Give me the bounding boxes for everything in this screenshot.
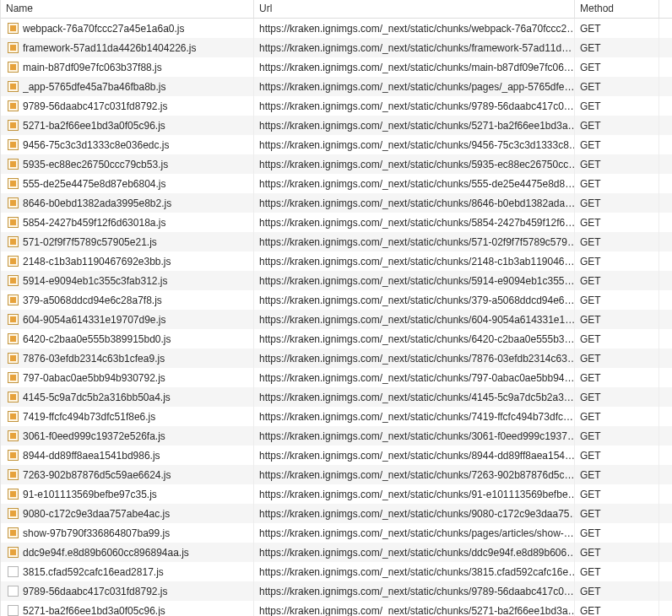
table-row[interactable]: framework-57ad11da4426b1404226.jshttps:/…: [1, 38, 672, 57]
cell-method[interactable]: GET: [575, 407, 659, 426]
table-row[interactable]: 8646-b0ebd1382ada3995e8b2.jshttps://krak…: [1, 193, 672, 213]
table-row[interactable]: 5854-2427b459f12f6d63018a.jshttps://krak…: [1, 213, 672, 232]
table-row[interactable]: 2148-c1b3ab1190467692e3bb.jshttps://krak…: [1, 251, 672, 271]
table-row[interactable]: 3061-f0eed999c19372e526fa.jshttps://krak…: [1, 426, 672, 446]
table-row[interactable]: webpack-76a70fccc27a45e1a6a0.jshttps://k…: [1, 19, 672, 38]
table-row[interactable]: 5935-ec88ec26750ccc79cb53.jshttps://krak…: [1, 154, 672, 174]
cell-method[interactable]: GET: [575, 581, 659, 601]
cell-url[interactable]: https://kraken.ignimgs.com/_next/static/…: [254, 135, 575, 154]
cell-url[interactable]: https://kraken.ignimgs.com/_next/static/…: [254, 154, 575, 174]
table-row[interactable]: 5271-ba2f66ee1bd3a0f05c96.jshttps://krak…: [1, 116, 672, 135]
table-row[interactable]: 5271-ba2f66ee1bd3a0f05c96.jshttps://krak…: [1, 601, 672, 616]
cell-name[interactable]: main-b87df09e7fc063b37f88.js: [1, 57, 254, 77]
cell-method[interactable]: GET: [575, 116, 659, 135]
cell-url[interactable]: https://kraken.ignimgs.com/_next/static/…: [254, 290, 575, 310]
cell-name[interactable]: 5935-ec88ec26750ccc79cb53.js: [1, 154, 254, 174]
table-row[interactable]: 797-0abac0ae5bb94b930792.jshttps://krake…: [1, 368, 672, 387]
table-row[interactable]: 7263-902b87876d5c59ae6624.jshttps://krak…: [1, 465, 672, 484]
cell-method[interactable]: GET: [575, 523, 659, 543]
cell-method[interactable]: GET: [575, 232, 659, 251]
cell-url[interactable]: https://kraken.ignimgs.com/_next/static/…: [254, 96, 575, 116]
cell-name[interactable]: show-97b790f336864807ba99.js: [1, 523, 254, 543]
cell-url[interactable]: https://kraken.ignimgs.com/_next/static/…: [254, 57, 575, 77]
cell-method[interactable]: GET: [575, 562, 659, 581]
cell-method[interactable]: GET: [575, 368, 659, 387]
cell-name[interactable]: 5854-2427b459f12f6d63018a.js: [1, 213, 254, 232]
table-row[interactable]: 9789-56daabc417c031fd8792.jshttps://krak…: [1, 96, 672, 116]
cell-name[interactable]: _app-5765dfe45a7ba46fba8b.js: [1, 77, 254, 96]
cell-method[interactable]: GET: [575, 77, 659, 96]
cell-url[interactable]: https://kraken.ignimgs.com/_next/static/…: [254, 271, 575, 290]
cell-url[interactable]: https://kraken.ignimgs.com/_next/static/…: [254, 310, 575, 329]
cell-method[interactable]: GET: [575, 213, 659, 232]
cell-method[interactable]: GET: [575, 38, 659, 57]
cell-url[interactable]: https://kraken.ignimgs.com/_next/static/…: [254, 174, 575, 193]
table-row[interactable]: _app-5765dfe45a7ba46fba8b.jshttps://krak…: [1, 77, 672, 96]
table-row[interactable]: 9456-75c3c3d1333c8e036edc.jshttps://krak…: [1, 135, 672, 154]
table-row[interactable]: 9080-c172c9e3daa757abe4ac.jshttps://krak…: [1, 504, 672, 523]
cell-method[interactable]: GET: [575, 135, 659, 154]
cell-name[interactable]: ddc9e94f.e8d89b6060cc896894aa.js: [1, 543, 254, 562]
cell-method[interactable]: GET: [575, 329, 659, 349]
cell-method[interactable]: GET: [575, 504, 659, 523]
cell-method[interactable]: GET: [575, 349, 659, 368]
table-row[interactable]: 6420-c2baa0e555b389915bd0.jshttps://krak…: [1, 329, 672, 349]
cell-method[interactable]: GET: [575, 543, 659, 562]
table-row[interactable]: 604-9054a614331e19707d9e.jshttps://krake…: [1, 310, 672, 329]
table-row[interactable]: 4145-5c9a7dc5b2a316bb50a4.jshttps://krak…: [1, 387, 672, 407]
cell-name[interactable]: 7419-ffcfc494b73dfc51f8e6.js: [1, 407, 254, 426]
cell-name[interactable]: 5271-ba2f66ee1bd3a0f05c96.js: [1, 116, 254, 135]
cell-method[interactable]: GET: [575, 601, 659, 616]
cell-name[interactable]: 9080-c172c9e3daa757abe4ac.js: [1, 504, 254, 523]
cell-name[interactable]: 7263-902b87876d5c59ae6624.js: [1, 465, 254, 484]
cell-name[interactable]: 3815.cfad592cafc16ead2817.js: [1, 562, 254, 581]
cell-name[interactable]: 797-0abac0ae5bb94b930792.js: [1, 368, 254, 387]
cell-method[interactable]: GET: [575, 484, 659, 504]
cell-url[interactable]: https://kraken.ignimgs.com/_next/static/…: [254, 251, 575, 271]
cell-method[interactable]: GET: [575, 387, 659, 407]
cell-url[interactable]: https://kraken.ignimgs.com/_next/static/…: [254, 523, 575, 543]
table-row[interactable]: 8944-dd89ff8aea1541bd986.jshttps://krake…: [1, 446, 672, 465]
table-row[interactable]: ddc9e94f.e8d89b6060cc896894aa.jshttps://…: [1, 543, 672, 562]
table-row[interactable]: show-97b790f336864807ba99.jshttps://krak…: [1, 523, 672, 543]
cell-method[interactable]: GET: [575, 193, 659, 213]
cell-url[interactable]: https://kraken.ignimgs.com/_next/static/…: [254, 19, 575, 38]
cell-method[interactable]: GET: [575, 271, 659, 290]
cell-url[interactable]: https://kraken.ignimgs.com/_next/static/…: [254, 38, 575, 57]
cell-url[interactable]: https://kraken.ignimgs.com/_next/static/…: [254, 562, 575, 581]
cell-name[interactable]: 7876-03efdb2314c63b1cfea9.js: [1, 349, 254, 368]
cell-url[interactable]: https://kraken.ignimgs.com/_next/static/…: [254, 387, 575, 407]
cell-method[interactable]: GET: [575, 426, 659, 446]
cell-method[interactable]: GET: [575, 57, 659, 77]
table-row[interactable]: 7876-03efdb2314c63b1cfea9.jshttps://krak…: [1, 349, 672, 368]
cell-url[interactable]: https://kraken.ignimgs.com/_next/static/…: [254, 543, 575, 562]
cell-method[interactable]: GET: [575, 310, 659, 329]
cell-url[interactable]: https://kraken.ignimgs.com/_next/static/…: [254, 504, 575, 523]
cell-url[interactable]: https://kraken.ignimgs.com/_next/static/…: [254, 465, 575, 484]
cell-url[interactable]: https://kraken.ignimgs.com/_next/static/…: [254, 193, 575, 213]
cell-url[interactable]: https://kraken.ignimgs.com/_next/static/…: [254, 329, 575, 349]
col-header-url[interactable]: Url: [254, 0, 575, 18]
cell-name[interactable]: 2148-c1b3ab1190467692e3bb.js: [1, 251, 254, 271]
cell-name[interactable]: 8944-dd89ff8aea1541bd986.js: [1, 446, 254, 465]
cell-name[interactable]: 91-e101113569befbe97c35.js: [1, 484, 254, 504]
cell-url[interactable]: https://kraken.ignimgs.com/_next/static/…: [254, 581, 575, 601]
table-row[interactable]: main-b87df09e7fc063b37f88.jshttps://krak…: [1, 57, 672, 77]
col-header-name[interactable]: Name: [1, 0, 254, 18]
cell-name[interactable]: 571-02f9f7f5789c57905e21.js: [1, 232, 254, 251]
cell-url[interactable]: https://kraken.ignimgs.com/_next/static/…: [254, 116, 575, 135]
cell-url[interactable]: https://kraken.ignimgs.com/_next/static/…: [254, 601, 575, 616]
cell-name[interactable]: 5271-ba2f66ee1bd3a0f05c96.js: [1, 601, 254, 616]
cell-url[interactable]: https://kraken.ignimgs.com/_next/static/…: [254, 426, 575, 446]
cell-url[interactable]: https://kraken.ignimgs.com/_next/static/…: [254, 77, 575, 96]
cell-name[interactable]: 9456-75c3c3d1333c8e036edc.js: [1, 135, 254, 154]
cell-method[interactable]: GET: [575, 19, 659, 38]
cell-method[interactable]: GET: [575, 154, 659, 174]
cell-method[interactable]: GET: [575, 251, 659, 271]
cell-url[interactable]: https://kraken.ignimgs.com/_next/static/…: [254, 232, 575, 251]
table-row[interactable]: 9789-56daabc417c031fd8792.jshttps://krak…: [1, 581, 672, 601]
cell-name[interactable]: 9789-56daabc417c031fd8792.js: [1, 96, 254, 116]
cell-url[interactable]: https://kraken.ignimgs.com/_next/static/…: [254, 484, 575, 504]
table-row[interactable]: 571-02f9f7f5789c57905e21.jshttps://krake…: [1, 232, 672, 251]
cell-url[interactable]: https://kraken.ignimgs.com/_next/static/…: [254, 407, 575, 426]
